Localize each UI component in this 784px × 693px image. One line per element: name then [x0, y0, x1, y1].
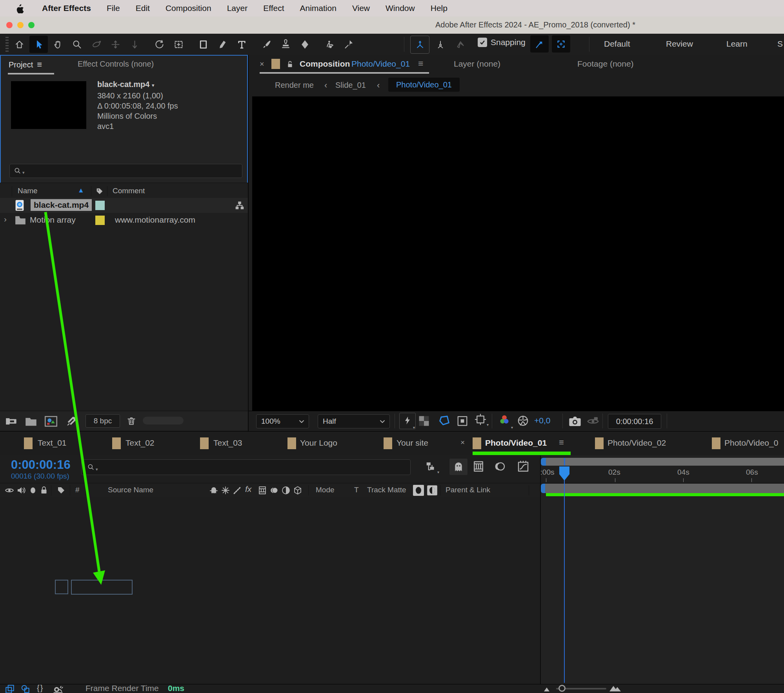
comp-tab-menu-icon[interactable]: ≡: [559, 437, 564, 448]
menu-view[interactable]: View: [352, 4, 370, 13]
transparency-grid-button[interactable]: [418, 415, 430, 427]
show-snapshot-button[interactable]: [587, 416, 599, 427]
menu-file[interactable]: File: [107, 4, 120, 13]
grid-guides-button[interactable]: ▾: [475, 414, 486, 425]
alpha-matte-icon[interactable]: [413, 485, 424, 496]
project-item-name[interactable]: Motion array: [30, 215, 76, 225]
footage-name[interactable]: black-cat.mp4 ▾: [97, 79, 178, 91]
collapse-transformations-switch-icon[interactable]: [221, 486, 230, 495]
comp-tab-close-icon[interactable]: ×: [460, 438, 465, 447]
layer-number-column[interactable]: #: [75, 486, 80, 494]
composition-panel-toggle-icon[interactable]: [5, 684, 15, 693]
layer-duration-bar[interactable]: [545, 484, 784, 493]
preview-time-display[interactable]: 0:00:00:16: [608, 414, 661, 429]
menu-help[interactable]: Help: [431, 4, 447, 13]
project-item-name-selected[interactable]: black-cat.mp4: [31, 199, 92, 211]
timeline-zoom-in-icon[interactable]: [609, 684, 622, 692]
footage-tab[interactable]: Footage (none): [577, 59, 634, 69]
render-queue-icon[interactable]: [66, 416, 77, 427]
comp-tab-your-logo[interactable]: Your Logo: [300, 438, 337, 448]
project-row-motion-array[interactable]: › Motion array www.motionarray.com: [0, 213, 248, 228]
composition-tab-close-icon[interactable]: ×: [260, 60, 264, 69]
workspace-learn[interactable]: Learn: [726, 39, 748, 49]
menu-effect[interactable]: Effect: [263, 4, 284, 13]
snap-to-features-button[interactable]: [552, 35, 570, 53]
project-row-black-cat[interactable]: black-cat.mp4: [0, 198, 248, 213]
zoom-window-button[interactable]: [28, 22, 35, 28]
folder-expand-icon[interactable]: ›: [4, 214, 7, 224]
menu-window[interactable]: Window: [386, 4, 415, 13]
breadcrumb-current-comp[interactable]: Photo/Video_01: [388, 78, 460, 92]
work-area-start-handle[interactable]: [541, 458, 546, 466]
toolbar-drag-handle[interactable]: [5, 37, 9, 52]
footage-thumbnail[interactable]: [11, 81, 86, 129]
3d-layer-switch-icon[interactable]: [293, 486, 302, 495]
workspace-review[interactable]: Review: [666, 39, 693, 49]
effects-switch-icon[interactable]: fx: [245, 484, 251, 494]
orbit-camera-tool[interactable]: [87, 36, 106, 53]
world-axis-mode-button[interactable]: [431, 36, 449, 53]
comp-tab-your-site[interactable]: Your site: [397, 438, 428, 448]
zoom-tool[interactable]: [68, 36, 86, 53]
resolution-dropdown[interactable]: Half: [318, 414, 390, 428]
sort-ascending-icon[interactable]: ▲: [78, 187, 84, 194]
timeline-search-input[interactable]: ▾: [81, 459, 411, 475]
luma-matte-icon[interactable]: [427, 485, 438, 496]
column-header-mode[interactable]: Mode: [316, 486, 335, 494]
comp-tab-text-02[interactable]: Text_02: [126, 438, 155, 448]
eraser-tool[interactable]: [296, 36, 314, 53]
menu-composition[interactable]: Composition: [166, 4, 211, 13]
composition-mini-flowchart-button[interactable]: ▾: [425, 461, 437, 473]
view-axis-mode-button[interactable]: [451, 36, 469, 53]
layer-in-point-handle[interactable]: [541, 484, 545, 493]
motion-blur-button[interactable]: [493, 460, 506, 473]
column-header-comment[interactable]: Comment: [113, 187, 145, 195]
tab-effect-controls[interactable]: Effect Controls (none): [78, 60, 154, 69]
project-horizontal-scrollbar[interactable]: [143, 417, 184, 425]
workspace-clipped[interactable]: S: [777, 39, 783, 49]
work-area-bar[interactable]: [544, 458, 784, 466]
new-composition-icon[interactable]: [45, 416, 57, 427]
trash-icon[interactable]: [126, 415, 136, 426]
motion-blur-switch-icon[interactable]: [269, 486, 279, 495]
camera-region-tool[interactable]: [169, 36, 188, 53]
project-panel-menu-icon[interactable]: ≡: [37, 60, 42, 70]
unlock-icon[interactable]: [286, 60, 294, 69]
snail-render-icon[interactable]: [53, 684, 64, 693]
frame-blend-switch-icon[interactable]: [258, 486, 267, 495]
expressions-icon[interactable]: {}: [37, 684, 44, 693]
clone-stamp-tool[interactable]: [276, 36, 295, 53]
menu-edit[interactable]: Edit: [136, 4, 150, 13]
exposure-value[interactable]: +0,0: [534, 416, 550, 425]
comp-tab-text-03[interactable]: Text_03: [213, 438, 242, 448]
video-visibility-column-icon[interactable]: [5, 486, 14, 495]
column-header-source-name[interactable]: Source Name: [108, 486, 153, 494]
audio-column-icon[interactable]: [16, 486, 26, 495]
comp-tab-text-01[interactable]: Text_01: [38, 438, 67, 448]
rotation-tool[interactable]: [150, 36, 169, 53]
timeline-zoom-slider-knob[interactable]: [558, 685, 566, 692]
dolly-camera-tool[interactable]: [126, 36, 144, 53]
column-header-name[interactable]: Name: [18, 187, 38, 195]
menu-animation[interactable]: Animation: [300, 4, 336, 13]
region-of-interest-button[interactable]: [457, 415, 468, 427]
pen-tool[interactable]: [213, 36, 232, 53]
interpret-footage-icon[interactable]: [5, 416, 17, 427]
comp-tab-photo-video-03-clipped[interactable]: Photo/Video_0: [724, 438, 778, 448]
search-options-dropdown-icon[interactable]: ▾: [22, 170, 25, 175]
label-color-swatch-teal[interactable]: [95, 201, 105, 210]
roto-brush-tool[interactable]: [320, 36, 339, 53]
time-ruler[interactable]: 0:00s 02s 04s 06s: [541, 466, 784, 483]
column-header-track-matte[interactable]: Track Matte: [367, 486, 406, 494]
close-window-button[interactable]: [6, 22, 13, 28]
new-folder-icon[interactable]: [25, 416, 37, 426]
playhead-line[interactable]: [564, 471, 565, 683]
bit-depth-button[interactable]: 8 bpc: [85, 414, 120, 428]
channel-settings-button[interactable]: ▾: [498, 414, 511, 428]
tab-project[interactable]: Project: [9, 60, 33, 69]
column-header-preserve-transparency[interactable]: T: [354, 486, 359, 494]
mask-visibility-button[interactable]: [438, 415, 451, 427]
solo-column-icon[interactable]: [29, 486, 37, 494]
breadcrumb-slide-01[interactable]: Slide_01: [335, 81, 366, 90]
brush-tool[interactable]: [257, 36, 276, 53]
